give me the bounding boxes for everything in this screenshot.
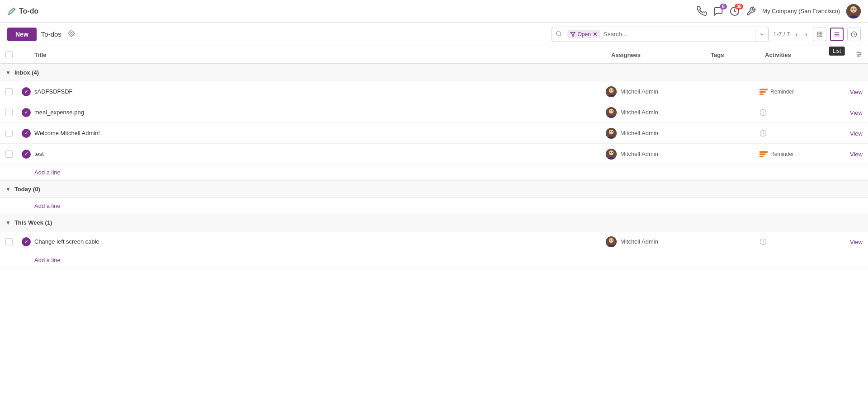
row-checkbox[interactable] — [5, 238, 13, 245]
kanban-view-button[interactable] — [813, 28, 826, 41]
status-circle[interactable] — [22, 129, 31, 138]
svg-rect-9 — [817, 32, 819, 33]
messages-badge: 6 — [720, 4, 727, 9]
search-icon — [552, 30, 566, 38]
view-controls: 1-7 / 7 ‹ › List — [773, 28, 861, 41]
settings-columns-icon[interactable] — [855, 51, 863, 59]
add-line-row-today: Add a line — [0, 198, 868, 214]
page-title: To-dos — [41, 30, 61, 38]
search-input[interactable] — [602, 31, 755, 38]
svg-point-43 — [612, 152, 613, 153]
activity-label: Reminder — [770, 151, 794, 157]
status-circle[interactable] — [22, 108, 31, 117]
row-activities — [760, 109, 850, 116]
row-activities: Reminder — [760, 89, 850, 95]
add-line-row-this-week: Add a line — [0, 252, 868, 268]
row-title: Welcome Mitchell Admin! — [34, 130, 606, 136]
assignee-name: Mitchell Admin — [620, 88, 658, 95]
view-link[interactable]: View — [850, 89, 863, 95]
view-link[interactable]: View — [850, 151, 863, 158]
settings-icon-btn[interactable] — [746, 6, 756, 16]
prev-page-button[interactable]: ‹ — [793, 29, 799, 39]
table-row: Change left screen cable Mitchell Admin … — [0, 231, 868, 252]
select-all-checkbox[interactable] — [5, 51, 13, 58]
row-activities: Reminder — [760, 151, 850, 157]
group-header-today[interactable]: ▼ Today (0) — [0, 181, 868, 198]
row-view-cell: View — [850, 130, 863, 137]
row-status-cell — [22, 108, 34, 117]
activity-label: Reminder — [770, 89, 794, 95]
svg-rect-28 — [760, 91, 766, 93]
filter-remove-icon[interactable]: ✕ — [593, 31, 597, 38]
topbar-icons: 6 36 My Company (San Francisco) — [697, 4, 861, 19]
wrench-icon — [746, 6, 756, 16]
search-dropdown-button[interactable] — [755, 27, 768, 42]
svg-point-24 — [609, 88, 614, 93]
view-link[interactable]: View — [850, 109, 863, 116]
svg-point-32 — [610, 110, 611, 111]
add-line-button[interactable]: Add a line — [34, 257, 61, 263]
svg-point-36 — [609, 129, 614, 134]
row-checkbox-cell — [5, 88, 22, 95]
svg-point-4 — [854, 8, 856, 9]
row-checkbox[interactable] — [5, 109, 13, 116]
view-link[interactable]: View — [850, 130, 863, 137]
row-title: Change left screen cable — [34, 238, 606, 245]
gear-icon[interactable] — [68, 30, 75, 38]
svg-point-50 — [612, 240, 613, 240]
assignee-name: Mitchell Admin — [620, 109, 658, 116]
activity-clock-icon — [760, 109, 767, 116]
clock-view-button[interactable] — [847, 28, 861, 41]
toolbar: New To-dos Open ✕ 1-7 / 7 — [0, 23, 868, 46]
svg-point-37 — [610, 131, 611, 132]
list-tooltip: List — [829, 47, 845, 56]
row-checkbox[interactable] — [5, 150, 13, 158]
row-checkbox[interactable] — [5, 130, 13, 137]
activity-icon-btn[interactable]: 36 — [730, 6, 740, 16]
row-assignees: Mitchell Admin — [606, 107, 705, 118]
row-view-cell: View — [850, 88, 863, 95]
svg-rect-44 — [760, 151, 768, 153]
col-tags: Tags — [711, 52, 765, 58]
list-view-button[interactable] — [830, 28, 844, 41]
view-link[interactable]: View — [850, 239, 863, 245]
add-line-button[interactable]: Add a line — [34, 202, 61, 209]
search-bar: Open ✕ — [552, 27, 769, 42]
assignee-name: Mitchell Admin — [620, 130, 658, 136]
user-avatar[interactable] — [846, 4, 861, 19]
row-assignees: Mitchell Admin — [606, 236, 705, 247]
table-row: sADFSDFSDF Mitchell Admin Reminder View — [0, 81, 868, 102]
phone-icon-btn[interactable] — [697, 6, 707, 16]
activity-reminder-icon — [760, 151, 768, 157]
row-view-cell: View — [850, 238, 863, 245]
svg-rect-46 — [760, 155, 764, 157]
row-status-cell — [22, 87, 34, 96]
status-circle[interactable] — [22, 237, 31, 246]
row-activities — [760, 130, 850, 137]
row-checkbox[interactable] — [5, 88, 13, 95]
svg-rect-11 — [817, 35, 819, 37]
group-header-this-week[interactable]: ▼ This Week (1) — [0, 214, 868, 231]
table-header: Title Assignees Tags Activities — [0, 46, 868, 64]
pagination-text: 1-7 / 7 — [773, 31, 790, 38]
svg-point-33 — [612, 110, 613, 111]
svg-point-26 — [612, 89, 613, 90]
activity-badge: 36 — [735, 4, 743, 9]
group-header-inbox[interactable]: ▼ Inbox (4) — [0, 64, 868, 81]
new-button[interactable]: New — [7, 28, 37, 41]
svg-point-38 — [612, 131, 613, 132]
messages-icon-btn[interactable]: 6 — [713, 6, 723, 16]
col-assignees: Assignees — [611, 52, 711, 58]
next-page-button[interactable]: › — [803, 29, 809, 39]
svg-point-25 — [610, 89, 611, 90]
app-title: To-do — [19, 7, 38, 15]
status-circle[interactable] — [22, 150, 31, 159]
add-line-button[interactable]: Add a line — [34, 169, 61, 176]
row-assignees: Mitchell Admin — [606, 128, 705, 139]
status-circle[interactable] — [22, 87, 31, 96]
svg-point-48 — [609, 238, 614, 243]
row-status-cell — [22, 237, 34, 246]
row-view-cell: View — [850, 150, 863, 158]
row-checkbox-cell — [5, 238, 22, 245]
app-logo: To-do — [7, 7, 38, 16]
